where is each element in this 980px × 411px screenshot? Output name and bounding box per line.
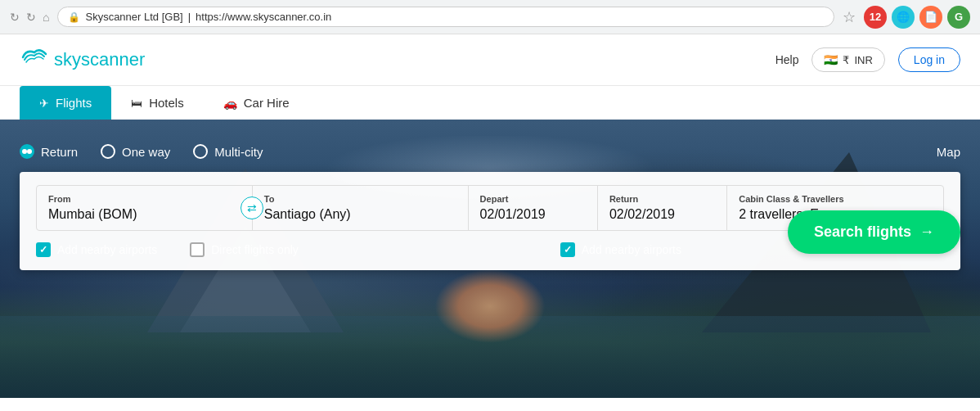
depart-label: Depart: [480, 194, 586, 204]
direct-only-label: Direct flights only: [211, 243, 299, 256]
person-silhouette: [425, 267, 555, 398]
logo-icon: [20, 46, 49, 74]
trip-option-multi-city[interactable]: Multi-city: [193, 144, 263, 159]
check-icon: ✓: [39, 244, 47, 255]
nearby-from-group: ✓ Add nearby airports: [36, 242, 157, 257]
browser-nav-icons: ↻ ↻ ⌂: [10, 11, 49, 24]
trip-option-return[interactable]: Return: [20, 144, 78, 159]
car-icon: 🚗: [223, 97, 237, 110]
url-company: Skyscanner Ltd [GB]: [85, 11, 182, 23]
login-button[interactable]: Log in: [898, 47, 960, 72]
app-header: skyscanner Help 🇮🇳 ₹ INR Log in: [0, 34, 980, 86]
bookmark-button[interactable]: ☆: [843, 8, 856, 26]
logo: skyscanner: [20, 46, 145, 74]
search-flights-arrow: →: [919, 224, 934, 241]
address-bar[interactable]: 🔒 Skyscanner Ltd [GB] | https://www.skys…: [57, 7, 834, 27]
tab-car-hire-label: Car Hire: [244, 96, 290, 110]
trip-one-way-label: One way: [122, 145, 170, 159]
trip-return-label: Return: [41, 145, 78, 159]
tab-flights[interactable]: ✈ Flights: [20, 86, 111, 120]
search-flights-label: Search flights: [814, 224, 911, 241]
to-field[interactable]: To Santiago (Any): [253, 186, 469, 230]
tab-flights-label: Flights: [56, 96, 92, 110]
search-btn-container: Search flights →: [788, 210, 960, 254]
nearby-to-checkbox[interactable]: ✓: [560, 242, 575, 257]
extension-3[interactable]: 📄: [919, 6, 942, 29]
refresh-icon[interactable]: ↻: [26, 11, 36, 24]
from-field[interactable]: From Mumbai (BOM) ⇄: [37, 186, 253, 230]
extension-1[interactable]: 12: [864, 6, 887, 29]
nearby-from-label: Add nearby airports: [57, 243, 157, 256]
nav-tabs: ✈ Flights 🛏 Hotels 🚗 Car Hire: [0, 86, 980, 120]
url-address: https://www.skyscanner.co.in: [196, 11, 331, 23]
browser-bar: ↻ ↻ ⌂ 🔒 Skyscanner Ltd [GB] | https://ww…: [0, 0, 980, 34]
tab-hotels[interactable]: 🛏 Hotels: [111, 86, 204, 120]
to-label: To: [264, 194, 456, 204]
tab-hotels-label: Hotels: [149, 96, 184, 110]
currency-selector[interactable]: 🇮🇳 ₹ INR: [811, 47, 884, 72]
swap-button[interactable]: ⇄: [241, 196, 263, 219]
currency-code: INR: [854, 54, 872, 66]
tab-car-hire[interactable]: 🚗 Car Hire: [204, 86, 309, 120]
return-label: Return: [609, 194, 715, 204]
return-field[interactable]: Return 02/02/2019: [598, 186, 727, 230]
direct-only-checkbox[interactable]: [190, 242, 205, 257]
search-widget: Return One way Multi-city Map From Mumba…: [0, 144, 980, 270]
lock-icon: 🔒: [68, 11, 80, 23]
radio-return[interactable]: [20, 144, 34, 159]
trip-option-one-way[interactable]: One way: [101, 144, 170, 159]
help-link[interactable]: Help: [775, 53, 799, 66]
trip-multi-city-label: Multi-city: [214, 145, 263, 159]
back-icon[interactable]: ↻: [10, 11, 20, 24]
depart-value: 02/01/2019: [480, 207, 586, 222]
from-value: Mumbai (BOM) ⇄: [48, 207, 241, 222]
check-icon-2: ✓: [564, 244, 572, 255]
nearby-from-checkbox[interactable]: ✓: [36, 242, 51, 257]
radio-one-way[interactable]: [101, 144, 115, 159]
to-value: Santiago (Any): [264, 207, 456, 222]
flights-icon: ✈: [39, 97, 49, 110]
hero-section: Return One way Multi-city Map From Mumba…: [0, 120, 980, 398]
nearby-to-label: Add nearby airports: [582, 243, 681, 256]
header-right: Help 🇮🇳 ₹ INR Log in: [775, 47, 960, 72]
browser-extension-icons: 12 🌐 📄 G: [864, 6, 970, 29]
url-separator: |: [188, 11, 191, 23]
map-link[interactable]: Map: [937, 145, 960, 159]
hotels-icon: 🛏: [131, 97, 142, 110]
direct-only-group: Direct flights only: [190, 242, 299, 257]
home-icon[interactable]: ⌂: [43, 11, 49, 24]
search-flights-button[interactable]: Search flights →: [788, 210, 960, 254]
return-value: 02/02/2019: [609, 207, 715, 222]
flag-icon: 🇮🇳: [824, 53, 838, 66]
extension-2[interactable]: 🌐: [892, 6, 915, 29]
currency-symbol: ₹: [843, 54, 849, 66]
from-label: From: [48, 194, 241, 204]
depart-field[interactable]: Depart 02/01/2019: [469, 186, 598, 230]
nearby-to-group: ✓ Add nearby airports: [560, 242, 681, 257]
radio-multi-city[interactable]: [193, 144, 208, 159]
logo-text: skyscanner: [54, 49, 145, 70]
cabin-label: Cabin Class & Travellers: [739, 194, 932, 204]
trip-options: Return One way Multi-city Map: [20, 144, 960, 159]
extension-4[interactable]: G: [947, 6, 970, 29]
